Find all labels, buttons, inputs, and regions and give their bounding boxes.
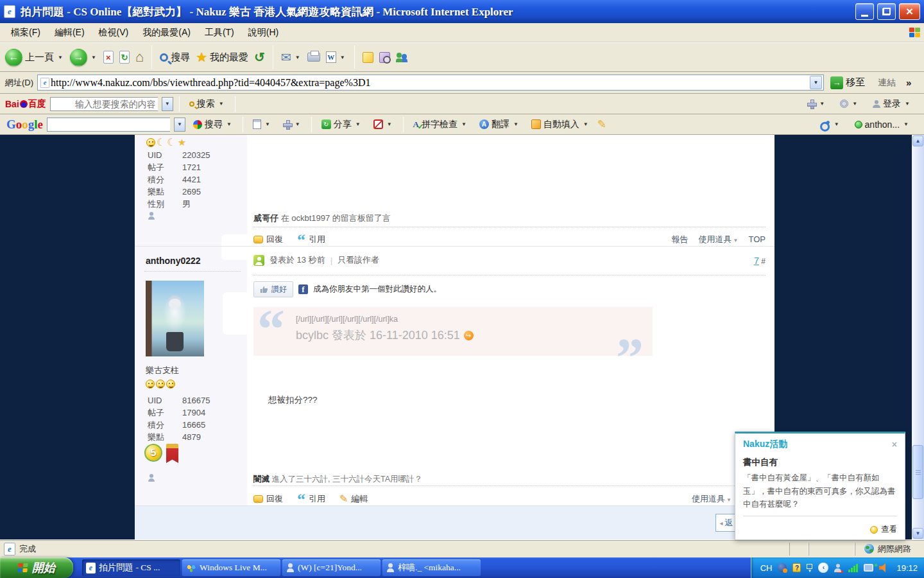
stat-row: 帖子17904	[148, 407, 210, 419]
baidu-login-button[interactable]: 登录 ▼	[869, 96, 915, 112]
back-button[interactable]: ← 上一頁 ▼	[5, 49, 64, 66]
language-indicator[interactable]: CH	[760, 563, 773, 573]
volume-icon[interactable]	[879, 563, 888, 572]
messenger-status-icon[interactable]	[148, 474, 155, 482]
start-button[interactable]: 開始	[0, 557, 73, 578]
stop-icon: ×	[106, 53, 111, 62]
menu-help[interactable]: 說明(H)	[241, 24, 286, 41]
highlighter-button[interactable]	[597, 118, 606, 131]
spellcheck-button[interactable]: A 拼字檢查 ▼	[409, 116, 472, 133]
dotted-separator	[253, 275, 766, 276]
quote-button[interactable]: 引用	[297, 231, 325, 247]
return-button[interactable]: 返	[715, 514, 737, 532]
baidu-add-button[interactable]: ▼	[803, 97, 830, 110]
links-label[interactable]: 連結	[878, 77, 896, 89]
baidu-search-button[interactable]: 搜索 ▼	[185, 96, 229, 112]
word-dropdown[interactable]: ▼	[339, 55, 346, 60]
restore-tray-icon[interactable]: ▼	[807, 564, 812, 572]
mail-button[interactable]: ▼	[281, 50, 302, 65]
signature-username[interactable]: 威哥仔	[253, 213, 278, 223]
history-button[interactable]	[254, 49, 265, 65]
tools-link[interactable]: 使用道具▼	[692, 493, 732, 505]
scrollbar-thumb[interactable]	[912, 445, 923, 499]
ime-icon[interactable]	[778, 563, 787, 572]
google-search-button[interactable]: 搜尋 ▼	[189, 116, 237, 133]
task-msn-chat-2[interactable]: 梓喵._ <mikaha...	[382, 559, 481, 576]
translate-button[interactable]: A 翻譯 ▼	[475, 116, 524, 133]
popup-close-icon[interactable]: ×	[892, 439, 897, 450]
messenger-status-icon[interactable]	[148, 212, 155, 220]
vertical-scrollbar[interactable]: ▲ ▼	[912, 135, 924, 539]
title-bar: e 拍片問題 - CS Online【絕對武力】 - Nakuz 樂古 香港人氣…	[0, 0, 924, 23]
google-share-button[interactable]: ↻ 分享 ▼	[318, 116, 366, 133]
popup-blocker-button[interactable]: ▼	[370, 117, 397, 132]
presence-online-icon	[855, 121, 862, 128]
medal-ribbon-icon	[166, 444, 178, 463]
forward-dropdown[interactable]: ▼	[90, 55, 98, 60]
go-button[interactable]: → 移至	[828, 76, 868, 90]
search-button[interactable]: 搜尋	[160, 51, 190, 64]
hidden-icons-chevron[interactable]	[818, 563, 828, 573]
notes-button[interactable]	[363, 52, 373, 63]
refresh-button[interactable]: ↻	[119, 51, 130, 64]
menu-file[interactable]: 檔案(F)	[4, 24, 47, 41]
menu-edit[interactable]: 編輯(E)	[47, 24, 92, 41]
google-page-button[interactable]: ▼	[249, 117, 275, 132]
research-button[interactable]	[379, 52, 390, 63]
address-input[interactable]	[51, 76, 810, 89]
report-link[interactable]: 報告	[672, 234, 689, 245]
top-link[interactable]: TOP	[749, 234, 766, 244]
post-author-link[interactable]: anthony0222	[146, 256, 201, 266]
edit-word-button[interactable]: W ▼	[326, 51, 346, 63]
baidu-search-input[interactable]	[50, 97, 158, 111]
scroll-up-button[interactable]: ▲	[912, 136, 923, 146]
tools-dropdown-icon: ▼	[733, 238, 739, 243]
minimize-button[interactable]	[855, 3, 874, 20]
network-signal-icon[interactable]	[848, 563, 858, 572]
restore-button[interactable]	[877, 3, 896, 20]
messenger-tray-icon[interactable]	[834, 564, 843, 572]
back-dropdown[interactable]: ▼	[56, 55, 64, 60]
help-tray-icon[interactable]	[792, 563, 801, 572]
forward-button[interactable]: → ▼	[70, 49, 98, 66]
reply-button[interactable]: 回復	[253, 234, 283, 245]
scroll-down-button[interactable]: ▼	[912, 528, 923, 539]
home-button[interactable]	[135, 49, 144, 66]
baidu-input-dropdown[interactable]: ▼	[162, 97, 173, 111]
goto-source-icon[interactable]	[464, 331, 474, 340]
autofill-button[interactable]: 自動填入 ▼	[527, 116, 594, 133]
favorites-button[interactable]: 我的最愛	[196, 49, 248, 65]
quote-button[interactable]: 引用	[297, 491, 325, 507]
popup-view-link[interactable]: 查看	[870, 524, 897, 535]
menu-view[interactable]: 檢視(V)	[92, 24, 136, 41]
google-account-button[interactable]: anthon... ▼	[851, 117, 914, 132]
messenger-button[interactable]	[396, 52, 407, 62]
task-msn-chat-1[interactable]: (W) [c=21]Yond...	[282, 559, 381, 576]
google-search-input[interactable]	[47, 118, 170, 132]
like-button[interactable]: 讚好	[253, 281, 293, 297]
menu-favorites[interactable]: 我的最愛(A)	[135, 24, 198, 41]
note-username[interactable]: 闇滅	[253, 475, 270, 484]
task-ie-window[interactable]: e 拍片問題 - CS ...	[82, 559, 180, 576]
menu-tools[interactable]: 工具(T)	[198, 24, 241, 41]
google-settings-button[interactable]: ▼	[817, 119, 844, 130]
print-button[interactable]	[307, 53, 320, 62]
baidu-search-dropdown[interactable]: ▼	[218, 101, 225, 107]
baidu-settings-button[interactable]: ▼	[836, 97, 862, 110]
links-chevron[interactable]: »	[906, 77, 911, 88]
reply-button[interactable]: 回復	[253, 493, 283, 505]
tools-link[interactable]: 使用道具▼	[699, 234, 739, 245]
edit-button[interactable]: 編輯	[339, 493, 368, 505]
network-monitor-icon[interactable]	[864, 564, 873, 572]
only-author-link[interactable]: 只看該作者	[338, 254, 379, 266]
google-add-button[interactable]: ▼	[279, 118, 305, 131]
task-buttons: e 拍片問題 - CS ... Windows Live M... (W) [c…	[82, 559, 481, 576]
task-windows-live[interactable]: Windows Live M...	[182, 559, 280, 576]
address-dropdown[interactable]: ▼	[810, 76, 822, 89]
stop-button[interactable]: ×	[103, 51, 114, 64]
close-button[interactable]	[899, 3, 920, 20]
mail-dropdown[interactable]: ▼	[294, 55, 302, 60]
google-input-dropdown[interactable]: ▼	[174, 118, 185, 132]
avatar[interactable]	[146, 281, 204, 356]
post-time: 發表於 13 秒前	[270, 254, 325, 266]
